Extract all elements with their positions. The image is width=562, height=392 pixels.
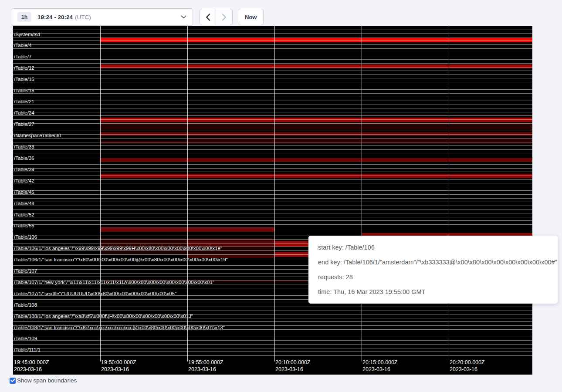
time-nav-group <box>200 9 233 25</box>
time-range-timezone: (UTC) <box>75 14 91 20</box>
key-visualizer-heatmap[interactable]: /System/tsd/Table/4/Table/7/Table/12/Tab… <box>13 26 532 375</box>
time-bucket-boundary-line <box>274 26 275 362</box>
x-axis-tick-label: 19:55:00.000Z2023-03-16 <box>188 359 223 373</box>
key-range-label: /Table/52 <box>14 212 34 218</box>
key-range-label: /Table/27 <box>14 122 34 127</box>
heatmap-band[interactable] <box>100 122 532 130</box>
time-bucket-boundary-line <box>100 26 101 362</box>
tooltip-end-key: end key: /Table/106/1/"amsterdam"/"\xb33… <box>318 255 558 270</box>
key-range-label: /Table/42 <box>14 178 34 184</box>
show-span-boundaries-label: Show span boundaries <box>17 377 77 384</box>
key-range-label: /Table/55 <box>14 223 34 229</box>
heatmap-tooltip: start key: /Table/106 end key: /Table/10… <box>308 236 558 304</box>
x-axis-tick-label: 20:15:00.000Z2023-03-16 <box>362 359 398 373</box>
key-range-label: /Table/33 <box>14 144 34 150</box>
span-boundary-gridlines <box>13 26 532 358</box>
key-range-label: /Table/24 <box>14 110 34 116</box>
key-range-label: /Table/107/1/"seattle"/"UUUUUUD\x00\x80\… <box>14 291 176 297</box>
key-range-label: /Table/18 <box>14 88 34 94</box>
chevron-down-icon <box>181 15 186 19</box>
heatmap-band[interactable] <box>100 241 187 247</box>
chevron-left-icon <box>206 14 210 21</box>
x-axis-tick-label: 20:10:00.000Z2023-03-16 <box>275 359 311 373</box>
key-range-label: /Table/4 <box>14 43 31 48</box>
prev-interval-button[interactable] <box>200 9 216 25</box>
heatmap-band[interactable] <box>100 38 532 42</box>
key-range-label: /NamespaceTable/30 <box>14 133 61 139</box>
key-range-label: /Table/36 <box>14 155 34 161</box>
check-icon <box>10 378 15 382</box>
key-range-label: /Table/111/1 <box>14 347 41 353</box>
key-range-label: /Table/48 <box>14 201 34 206</box>
key-range-label: /Table/39 <box>14 167 34 172</box>
heatmap-band[interactable] <box>100 64 532 68</box>
heatmap-band[interactable] <box>100 118 532 122</box>
tooltip-time: time: Thu, 16 Mar 2023 19:55:00 GMT <box>318 284 558 299</box>
time-range-duration-badge: 1h <box>17 12 31 22</box>
heatmap-band[interactable] <box>187 241 274 247</box>
heatmap-band[interactable] <box>100 158 532 162</box>
chevron-right-icon <box>222 14 227 21</box>
heatmap-band[interactable] <box>100 238 187 241</box>
key-range-label: /Table/108 <box>14 302 37 308</box>
time-bucket-boundary-line <box>362 26 362 362</box>
key-range-label: /Table/108/1/"los angeles"/"\xa8\xf5\u00… <box>14 314 193 319</box>
next-interval-button[interactable] <box>216 9 233 25</box>
heatmap-band[interactable] <box>187 238 274 241</box>
heatmap-band[interactable] <box>187 254 274 258</box>
show-span-boundaries-checkbox[interactable] <box>10 378 16 384</box>
key-range-label: /System/tsd <box>14 32 40 37</box>
tooltip-requests: requests: 28 <box>318 270 558 284</box>
key-range-label: /Table/107 <box>14 268 37 274</box>
key-range-label: /Table/12 <box>14 65 34 71</box>
key-range-label: /Table/7 <box>14 54 31 60</box>
heatmap-band[interactable] <box>100 132 532 136</box>
heatmap-band[interactable] <box>100 174 532 178</box>
time-bucket-boundary-line <box>449 26 449 362</box>
key-range-label: /Table/109 <box>14 336 37 341</box>
time-range-text: 19:24 - 20:24 <box>37 14 73 20</box>
key-range-label: /Table/21 <box>14 99 34 105</box>
key-range-label: /Table/15 <box>14 77 34 82</box>
key-range-label: /Table/106 <box>14 234 37 240</box>
toolbar: 1h 19:24 - 20:24 (UTC) Now <box>0 0 562 27</box>
key-range-label: /Table/45 <box>14 189 34 195</box>
footer: Show span boundaries <box>10 377 77 384</box>
heatmap-band[interactable] <box>100 227 274 232</box>
time-range-select[interactable]: 1h 19:24 - 20:24 (UTC) <box>11 8 193 26</box>
x-axis-tick-label: 20:20:00.000Z2023-03-16 <box>450 359 485 373</box>
heatmap-band[interactable] <box>100 141 532 144</box>
x-axis-tick-label: 19:45:00.000Z2023-03-16 <box>14 359 49 373</box>
time-bucket-boundary-line <box>187 26 188 362</box>
now-button[interactable]: Now <box>238 9 264 25</box>
x-axis-tick-label: 19:50:00.000Z2023-03-16 <box>101 359 136 373</box>
tooltip-start-key: start key: /Table/106 <box>318 240 558 255</box>
heatmap-band[interactable] <box>100 247 274 254</box>
key-range-label: /Table/108/1/"san francisco"/"\x8c\xcc\x… <box>14 325 225 331</box>
